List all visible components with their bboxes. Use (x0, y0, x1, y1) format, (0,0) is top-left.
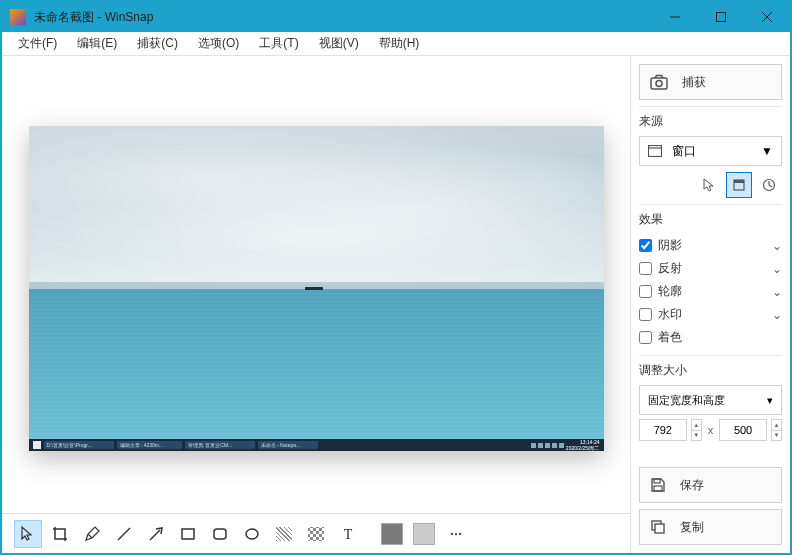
spin-down-icon[interactable]: ▼ (772, 431, 781, 441)
tint-checkbox[interactable] (639, 331, 652, 344)
chevron-down-icon[interactable]: ⌄ (772, 239, 782, 253)
copy-label: 复制 (680, 519, 704, 536)
effect-outline[interactable]: 轮廓⌄ (639, 280, 782, 303)
reflect-checkbox[interactable] (639, 262, 652, 275)
camera-icon (650, 74, 668, 90)
outline-checkbox[interactable] (639, 285, 652, 298)
save-icon (650, 477, 666, 493)
fill-color[interactable] (378, 520, 406, 548)
window-controls (652, 2, 790, 32)
preview-taskbar-item: 未命名 - Notepa... (258, 441, 318, 449)
app-icon (10, 9, 26, 25)
menu-edit[interactable]: 编辑(E) (69, 32, 125, 55)
preview-clock: 13:14:24 2020/2/25/周二 (566, 439, 600, 451)
effect-shadow[interactable]: 阴影⌄ (639, 234, 782, 257)
caret-down-icon: ▼ (761, 144, 773, 158)
preview-taskbar: D:\首页\云音\Progr... 编辑文章 · 4230m... 管理员: 首… (29, 439, 604, 451)
copy-icon (650, 519, 666, 535)
menu-view[interactable]: 视图(V) (311, 32, 367, 55)
preview-taskbar-item: 编辑文章 · 4230m... (117, 441, 182, 449)
menubar: 文件(F) 编辑(E) 捕获(C) 选项(O) 工具(T) 视图(V) 帮助(H… (2, 32, 790, 56)
chevron-down-icon[interactable]: ⌄ (772, 308, 782, 322)
svg-rect-7 (214, 529, 226, 539)
preview-clouds (29, 126, 604, 289)
spin-down-icon[interactable]: ▼ (692, 431, 701, 441)
stroke-color[interactable] (410, 520, 438, 548)
sidebar: 捕获 来源 窗口 ▼ 效果 阴影⌄ 反射⌄ 轮廓⌄ (630, 56, 790, 553)
preview-taskbar-item: D:\首页\云音\Progr... (44, 441, 114, 449)
spin-up-icon[interactable]: ▲ (692, 420, 701, 431)
svg-line-21 (769, 185, 772, 187)
minimize-button[interactable] (652, 2, 698, 32)
svg-point-11 (455, 532, 457, 534)
source-section: 来源 窗口 ▼ (639, 106, 782, 198)
titlebar[interactable]: 未命名截图 - WinSnap (2, 2, 790, 32)
maximize-button[interactable] (698, 2, 744, 32)
rectangle-tool[interactable] (174, 520, 202, 548)
annotation-toolbar: T (2, 513, 630, 553)
effect-reflect[interactable]: 反射⌄ (639, 257, 782, 280)
watermark-checkbox[interactable] (639, 308, 652, 321)
menu-help[interactable]: 帮助(H) (371, 32, 428, 55)
line-tool[interactable] (110, 520, 138, 548)
menu-capture[interactable]: 捕获(C) (129, 32, 186, 55)
canvas-area: D:\首页\云音\Progr... 编辑文章 · 4230m... 管理员: 首… (2, 56, 630, 553)
height-spinner[interactable]: ▲▼ (771, 419, 782, 441)
resize-mode-dropdown[interactable]: 固定宽度和高度 ▾ (639, 385, 782, 415)
resize-label: 调整大小 (639, 362, 782, 379)
chevron-down-icon[interactable]: ⌄ (772, 262, 782, 276)
svg-rect-1 (717, 13, 726, 22)
close-button[interactable] (744, 2, 790, 32)
width-field[interactable]: 792 (639, 419, 687, 441)
shadow-checkbox[interactable] (639, 239, 652, 252)
highlight-tool[interactable] (270, 520, 298, 548)
resize-section: 调整大小 固定宽度和高度 ▾ 792 ▲▼ x 500 ▲▼ (639, 355, 782, 441)
menu-file[interactable]: 文件(F) (10, 32, 65, 55)
capture-button[interactable]: 捕获 (639, 64, 782, 100)
resize-mode-value: 固定宽度和高度 (648, 393, 725, 408)
svg-text:T: T (344, 527, 353, 542)
cursor-mode[interactable] (696, 172, 722, 198)
effects-section: 效果 阴影⌄ 反射⌄ 轮廓⌄ 水印⌄ 着色 (639, 204, 782, 349)
width-spinner[interactable]: ▲▼ (691, 419, 702, 441)
menu-options[interactable]: 选项(O) (190, 32, 247, 55)
preview-water (29, 289, 604, 444)
arrow-tool[interactable] (142, 520, 170, 548)
delay-mode[interactable] (756, 172, 782, 198)
preview-boat (305, 287, 323, 290)
height-field[interactable]: 500 (719, 419, 767, 441)
effect-tint[interactable]: 着色 (639, 326, 782, 349)
rounded-rect-tool[interactable] (206, 520, 234, 548)
window-icon (648, 145, 662, 157)
text-tool[interactable]: T (334, 520, 362, 548)
save-button[interactable]: 保存 (639, 467, 782, 503)
source-label: 来源 (639, 113, 782, 130)
ellipse-tool[interactable] (238, 520, 266, 548)
x-separator: x (706, 424, 716, 436)
effect-watermark[interactable]: 水印⌄ (639, 303, 782, 326)
svg-point-14 (656, 81, 662, 87)
canvas-viewport[interactable]: D:\首页\云音\Progr... 编辑文章 · 4230m... 管理员: 首… (2, 56, 630, 513)
window-mode[interactable] (726, 172, 752, 198)
svg-rect-18 (734, 180, 744, 183)
spin-up-icon[interactable]: ▲ (772, 420, 781, 431)
screenshot-preview: D:\首页\云音\Progr... 编辑文章 · 4230m... 管理员: 首… (29, 126, 604, 451)
caret-down-icon: ▾ (767, 394, 773, 407)
svg-rect-13 (651, 78, 667, 89)
effects-label: 效果 (639, 211, 782, 228)
svg-point-12 (459, 532, 461, 534)
more-tools[interactable] (442, 520, 470, 548)
source-value: 窗口 (672, 143, 696, 160)
content-area: D:\首页\云音\Progr... 编辑文章 · 4230m... 管理员: 首… (2, 56, 790, 553)
copy-button[interactable]: 复制 (639, 509, 782, 545)
app-window: 未命名截图 - WinSnap 文件(F) 编辑(E) 捕获(C) 选项(O) … (0, 0, 792, 555)
menu-tools[interactable]: 工具(T) (251, 32, 306, 55)
pen-tool[interactable] (78, 520, 106, 548)
preview-start-icon (33, 441, 41, 449)
chevron-down-icon[interactable]: ⌄ (772, 285, 782, 299)
pointer-tool[interactable] (14, 520, 42, 548)
svg-line-4 (118, 528, 130, 540)
source-dropdown[interactable]: 窗口 ▼ (639, 136, 782, 166)
pixelate-tool[interactable] (302, 520, 330, 548)
crop-tool[interactable] (46, 520, 74, 548)
